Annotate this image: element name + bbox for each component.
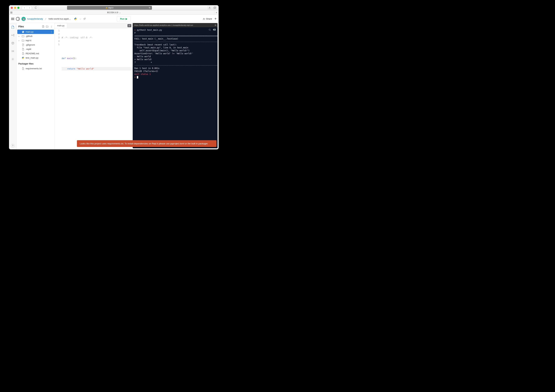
sidebar-icon (33, 6, 38, 9)
console-search-icon[interactable] (209, 29, 211, 31)
packager-list: requirements.txt (17, 66, 55, 71)
reload-icon[interactable]: ↻ (149, 7, 151, 9)
window-controls (11, 7, 19, 9)
tabs-browser-button[interactable] (213, 6, 217, 9)
file-icon (22, 48, 24, 51)
file-row-repl-it[interactable]: ▸repl-it (17, 38, 54, 43)
rail-settings[interactable] (10, 56, 15, 62)
back-button[interactable]: ‹ (22, 6, 27, 9)
file-row--replit[interactable]: .replit (17, 47, 54, 51)
apps-icon[interactable] (10, 12, 12, 14)
file-name: .github (26, 35, 32, 37)
app-header: 🤖 tusappliedanaly / hello-world-tus-appl… (9, 15, 219, 23)
markdown-preview-button[interactable] (127, 24, 131, 27)
console-clear-icon[interactable] (213, 29, 216, 31)
url-text: repl.it (108, 7, 113, 9)
breadcrumb-user[interactable]: tusappliedanaly (27, 17, 43, 20)
folder-icon (22, 35, 24, 37)
maximize-window-button[interactable] (17, 7, 19, 9)
files-panel: Files ⋮ main.py⋮▸.github▸repl-it.gitigno… (17, 23, 55, 149)
help-button[interactable]: ? (11, 144, 15, 148)
caret-icon: ▸ (19, 35, 21, 37)
file-name: repl-it (26, 39, 31, 42)
svg-point-7 (14, 34, 14, 35)
toast-warning[interactable]: Looks like this project uses requirement… (77, 140, 217, 147)
menu-button[interactable] (11, 18, 14, 20)
favorites-dropdown[interactable]: 東京理科大学 ⌄ (107, 11, 121, 14)
forward-button[interactable]: › (27, 6, 32, 9)
rail-packages[interactable] (10, 40, 15, 46)
console-url-text: https://hello-world-tus-applied-analytic… (134, 24, 193, 26)
close-window-button[interactable] (11, 7, 13, 9)
editor-tabs: main.py (55, 23, 133, 28)
rail-files[interactable] (10, 24, 15, 30)
file-name: .gitignore (26, 44, 35, 46)
svg-rect-3 (214, 7, 215, 9)
file-name: requirements.txt (26, 67, 42, 70)
file-row-main-py[interactable]: main.py⋮ (17, 30, 54, 34)
code-editor[interactable]: 12345 # -*- coding: utf-8 -*- def main()… (55, 28, 133, 149)
file-row-requirements-txt[interactable]: requirements.txt (17, 66, 54, 71)
url-bar[interactable]: 🔒 repl.it ↻ (67, 6, 152, 10)
code-content: # -*- coding: utf-8 -*- def main(): retu… (61, 28, 133, 149)
breadcrumb-sep: / (45, 17, 46, 20)
file-row--github[interactable]: ▸.github (17, 34, 54, 38)
file-name: README.md (26, 52, 39, 55)
file-list: main.py⋮▸.github▸repl-it.gitignore.repli… (17, 29, 55, 61)
open-external-icon[interactable]: ⧉ (215, 24, 216, 26)
file-icon (22, 52, 24, 55)
rail-debugger[interactable] (10, 48, 15, 54)
editor-panel: main.py 12345 # -*- coding: utf-8 -*- de… (55, 23, 133, 149)
line-gutter: 12345 (55, 28, 61, 149)
favorites-label: 東京理科大学 (107, 11, 118, 14)
people-icon (203, 18, 205, 20)
svg-point-5 (203, 18, 204, 19)
svg-rect-0 (35, 7, 37, 9)
new-tab-button[interactable]: + (214, 10, 219, 15)
svg-point-14 (209, 29, 210, 30)
safari-window: ‹ › 🔒 repl.it ↻ 東京理科大学 ⌄ + (9, 5, 219, 149)
file-name: main.py (26, 30, 34, 33)
file-name: .replit (26, 48, 31, 51)
language-dropdown[interactable]: ⌄ (80, 18, 81, 20)
share-label: Share (206, 17, 212, 20)
console[interactable]: > python3 test_main.py F================… (133, 27, 218, 148)
file-row-README-md[interactable]: README.md (17, 51, 54, 56)
run-button[interactable]: Run ▶ (117, 16, 131, 21)
folder-icon (22, 39, 24, 42)
tab-main-py[interactable]: main.py (55, 23, 67, 28)
file-more-icon[interactable]: ⋮ (50, 30, 52, 33)
python-icon (74, 17, 77, 21)
svg-rect-4 (214, 7, 216, 8)
file-row--gitignore[interactable]: .gitignore (17, 43, 54, 47)
new-repl-button[interactable]: + (214, 17, 217, 21)
files-header: Files ⋮ (17, 24, 55, 29)
sidebar-toggle[interactable] (33, 6, 38, 10)
user-avatar[interactable]: 🤖 (22, 17, 26, 21)
lock-icon: 🔒 (105, 7, 108, 9)
svg-line-15 (210, 30, 211, 31)
breadcrumb-project[interactable]: hello-world-tus-appli… (49, 17, 71, 20)
file-icon (22, 67, 24, 70)
console-url-bar[interactable]: https://hello-world-tus-applied-analytic… (133, 23, 218, 27)
nav-buttons: ‹ › (22, 6, 32, 10)
output-panel: https://hello-world-tus-applied-analytic… (133, 23, 218, 148)
replit-logo[interactable] (16, 17, 20, 21)
new-file-button[interactable] (42, 25, 45, 28)
play-icon: ▶ (126, 17, 127, 20)
share-browser-button[interactable] (207, 6, 212, 9)
side-rail: ? (9, 23, 17, 149)
history-button[interactable]: ↺ (83, 17, 86, 21)
python-file-icon (22, 31, 24, 33)
rail-version-control[interactable] (10, 32, 15, 38)
bookmarks-bar: 東京理科大学 ⌄ + (9, 10, 219, 15)
browser-toolbar: ‹ › 🔒 repl.it ↻ (9, 5, 219, 10)
new-folder-button[interactable] (46, 25, 49, 28)
minimize-window-button[interactable] (14, 7, 16, 9)
run-label: Run (120, 17, 124, 20)
svg-point-8 (14, 36, 14, 36)
svg-point-6 (11, 35, 12, 36)
file-row-test_main-py[interactable]: test_main.py (17, 56, 54, 60)
share-button[interactable]: Share (203, 17, 212, 20)
files-more-button[interactable]: ⋮ (50, 25, 53, 28)
